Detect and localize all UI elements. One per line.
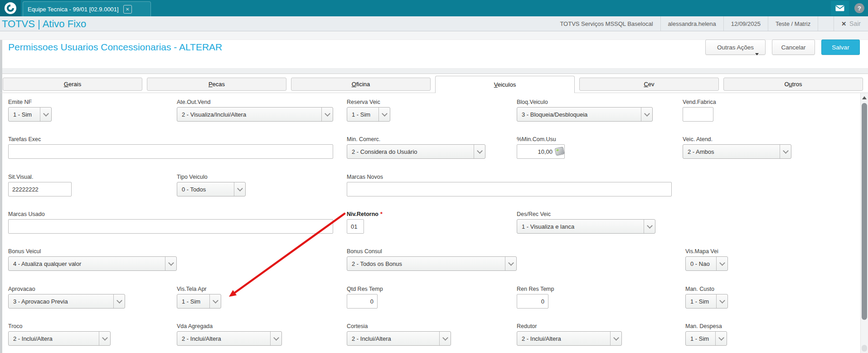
totvs-logo-icon [4,2,17,15]
logout-button[interactable]: ✕ Sair [834,16,868,31]
field-label: Des/Rec Veic [517,211,655,218]
topbar: Equipe Tecnica - 99/01 [02.9.0001] ✕ ? [0,0,868,16]
vertical-scrollbar[interactable] [860,93,868,353]
close-icon[interactable]: ✕ [123,5,132,14]
field-bonus-veicul: Bonus Veicul 4 - Atualiza qualquer valor [8,248,177,271]
chevron-down-icon [209,294,221,308]
tarefas-exec-input[interactable] [8,144,333,159]
required-asterisk: * [380,211,383,217]
bonus-veicul-select[interactable]: 4 - Atualiza qualquer valor [8,256,177,271]
cancel-button[interactable]: Cancelar [772,39,815,55]
field-cortesia: Cortesia 2 - Inclui/Altera [347,323,451,346]
chevron-down-icon [716,294,727,308]
marcas-novos-input[interactable] [347,182,672,196]
field-label: Vis.Mapa Vei [685,248,728,255]
tabs-baseline [0,93,868,93]
field-label: Sit.Visual. [8,174,72,181]
field-label: Aprovacao [8,286,125,293]
field-vda-agregada: Vda Agregada 2 - Inclui/Altera [177,323,282,346]
totvs-logo[interactable] [0,0,21,16]
subheader-strip [0,31,868,40]
field-label: Bloq.Veiculo [517,99,653,106]
troco-select[interactable]: 2 - Inclui/Altera [8,331,111,346]
header-spacer [818,16,834,31]
man-custo-select[interactable]: 1 - Sim [685,294,728,309]
des-rec-veic-select[interactable]: 1 - Visualiza e lanca [517,219,655,234]
logout-label: Sair [849,20,861,27]
logout-x-icon: ✕ [841,20,846,27]
field-bloq-veiculo: Bloq.Veiculo 3 - Bloqueia/Desbloqueia [517,99,653,122]
task-tab[interactable]: Equipe Tecnica - 99/01 [02.9.0001] ✕ [23,1,151,16]
other-actions-caret-icon[interactable] [755,53,759,55]
scroll-up-arrow-icon[interactable] [862,96,867,99]
tipo-veiculo-select[interactable]: 0 - Todos [177,182,246,196]
left-edge-strip [0,40,2,353]
other-actions-button[interactable]: Outras Ações [705,39,766,55]
field-label: Bonus Veicul [8,248,177,255]
field-label: Marcas Usado [8,211,333,218]
username-label: alessandra.helena [660,16,723,31]
qtd-res-temp-input[interactable] [347,294,378,309]
veic-atend-select[interactable]: 2 - Ambos [683,144,791,159]
field-niv-retorno: Niv.Retorno* [347,211,383,234]
scroll-down-button[interactable] [862,345,867,352]
field-redutor: Redutor 2 - Inclui/Altera [517,323,622,346]
redutor-select[interactable]: 2 - Inclui/Altera [517,331,622,346]
sit-visual-input[interactable] [8,182,72,196]
bloq-veiculo-select[interactable]: 3 - Bloqueia/Desbloqueia [517,107,653,122]
chevron-down-icon [40,108,51,121]
field-label: Qtd Res Temp [347,286,383,293]
tab-veiculos[interactable]: Veiculos [435,76,575,93]
field-man-custo: Man. Custo 1 - Sim [685,286,728,309]
field-label: Emite NF [8,99,52,106]
mail-button[interactable] [831,1,849,15]
reserva-veic-select[interactable]: 1 - Sim [347,107,390,122]
scrollbar-thumb[interactable] [862,103,867,320]
vis-mapa-vei-select[interactable]: 0 - Nao [685,256,728,271]
chevron-down-icon [505,257,516,270]
tab-oficina[interactable]: Oficina [291,78,431,91]
environment-label: TOTVS Serviços MSSQL Baselocal [553,16,660,31]
field-label: Troco [8,323,111,330]
niv-retorno-input[interactable] [347,219,364,234]
ren-res-temp-input[interactable] [517,294,548,309]
vis-tela-apr-select[interactable]: 1 - Sim [177,294,221,309]
chevron-down-icon [641,108,652,121]
session-info: TOTVS Serviços MSSQL Baselocal alessandr… [553,16,868,31]
emite-nf-select[interactable]: 1 - Sim [8,107,52,122]
field-label: Tipo Veiculo [177,174,246,181]
save-button[interactable]: Salvar [821,39,860,55]
field-label: Reserva Veic [347,99,390,106]
cortesia-select[interactable]: 2 - Inclui/Altera [347,331,451,346]
topbar-actions: ? [831,0,864,16]
field-ate-out-vend: Ate.Out.Vend 2 - Visualiza/Inclui/Altera [177,99,333,122]
aprovacao-select[interactable]: 3 - Aprovacao Previa [8,294,125,309]
chevron-down-icon [378,108,390,121]
tab-outros[interactable]: Outros [723,78,863,91]
field-label: Marcas Novos [347,174,672,181]
field-veic-atend: Veic. Atend. 2 - Ambos [683,136,791,159]
help-button[interactable]: ? [854,3,864,13]
task-tab-title: Equipe Tecnica - 99/01 [02.9.0001] [28,6,119,13]
field-label: Cortesia [347,323,451,330]
chevron-down-icon [610,332,621,345]
ate-out-vend-select[interactable]: 2 - Visualiza/Inclui/Altera [177,107,333,122]
min-comerc-select[interactable]: 2 - Considera do Usuário [347,144,485,159]
chevron-down-icon [165,257,176,270]
field-tarefas-exec: Tarefas Exec [8,136,333,159]
bonus-consul-select[interactable]: 2 - Todos os Bonus [347,256,517,271]
tab-gerais[interactable]: Gerais [3,78,142,91]
field-vend-fabrica: Vend.Fabrica [683,99,716,122]
tab-pecas[interactable]: Pecas [147,78,286,91]
field-label: Niv.Retorno* [347,211,383,218]
field-label: Redutor [517,323,622,330]
vda-agregada-select[interactable]: 2 - Inclui/Altera [177,331,282,346]
app-header: TOTVS | Ativo Fixo TOTVS Serviços MSSQL … [0,16,868,31]
field-label: Veic. Atend. [683,136,791,143]
tab-cev[interactable]: Cev [579,78,719,91]
man-despesa-select[interactable]: 1 - Sim [685,331,727,346]
vend-fabrica-input[interactable] [683,107,713,122]
marcas-usado-input[interactable] [8,219,333,234]
divider-strip [0,68,868,74]
field-label: Min. Comerc. [347,136,485,143]
